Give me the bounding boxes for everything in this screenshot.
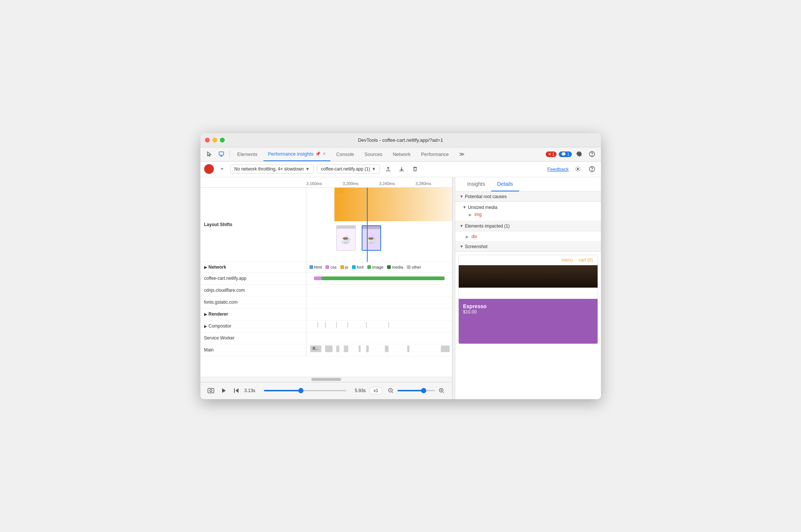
tab-insights[interactable]: Insights [461,177,491,191]
screenshot-menu-link: menu [561,257,573,263]
network-resource-label-2: cdnjs.cloudflare.com [200,285,306,296]
tab-sources[interactable]: Sources [360,147,387,161]
resize-handle[interactable]: ⋮ [452,177,455,399]
renderer-content[interactable] [306,309,452,320]
settings-icon[interactable] [574,149,585,159]
right-panel-content: ▼ Potential root causes ▼ Unsized media … [455,192,601,399]
close-button[interactable] [205,138,210,143]
dropdown-arrow-icon[interactable] [217,164,227,174]
help-icon[interactable] [587,149,597,159]
svg-rect-0 [219,152,224,155]
screenshot-white-area [459,288,598,299]
throttle-dropdown-arrow: ▼ [305,166,310,172]
zoom-container [386,386,446,395]
img-link[interactable]: img [474,212,481,217]
main-content[interactable]: R... [306,344,452,356]
network-header-row: ▶ Network html css [200,262,452,273]
secondary-toolbar-right: Feedback [547,164,597,174]
legend-other: other [407,265,421,269]
legend-css: css [325,265,337,269]
cursor-icon[interactable] [204,149,215,159]
playback-slider[interactable] [264,390,346,391]
div-link-container: ▶ div [455,231,601,242]
download-icon[interactable] [396,164,407,174]
network-resource-bar-1[interactable] [306,273,452,284]
zoom-slider[interactable] [398,390,435,391]
main-label: Main [200,344,306,356]
thumbnail-2[interactable]: ☕ [362,225,381,251]
speed-badge[interactable]: x1 [370,387,383,394]
record-button[interactable] [204,164,214,174]
time-end-label: 5.93s [352,388,366,393]
more-tabs-button[interactable]: ≫ [455,147,469,161]
throttle-dropdown[interactable]: No network throttling, 4× slowdown ▼ [230,165,314,173]
tab-network[interactable]: Network [388,147,415,161]
feedback-link[interactable]: Feedback [547,166,568,172]
tab-performance-insights[interactable]: Performance insights 📌 ✕ [264,147,330,161]
inspect-icon[interactable] [216,149,227,159]
network-resource-2: cdnjs.cloudflare.com [200,285,452,297]
thumbnail-1[interactable]: ☕ [336,225,356,251]
tab-elements[interactable]: Elements [233,147,262,161]
tab-close-icon[interactable]: ✕ [322,151,326,156]
right-panel-tabs: Insights Details [455,177,601,192]
main-content: 3,160ms 3,200ms 3,240ms 3,280ms Layout S… [200,177,601,399]
zoom-in-icon[interactable] [437,386,446,395]
zoom-out-icon[interactable] [386,386,395,395]
error-badge[interactable]: ✕ 1 [546,151,557,157]
minimize-button[interactable] [212,138,217,143]
legend-html: html [309,265,322,269]
renderer-row: ▶ Renderer [200,309,452,320]
network-resource-bar-2[interactable] [306,285,452,296]
svg-marker-10 [236,388,239,393]
network-resource-bar-3[interactable] [306,297,452,308]
unsized-media-header[interactable]: ▼ Unsized media [463,203,596,212]
layout-shifts-content[interactable]: ☕ ☕ [306,188,452,262]
toolbar-divider [230,151,230,157]
renderer-label: ▶ Renderer [200,309,306,320]
triangle-icon-3: ▶ [469,213,472,217]
horizontal-scrollbar[interactable] [200,377,452,382]
triangle-icon-4: ▼ [460,224,464,228]
delete-icon[interactable] [410,164,420,174]
compositor-content[interactable] [306,320,452,332]
screenshot-section: menu cart (0) Espresso $10.00 [455,252,601,347]
network-resource-1: coffee-cart.netlify.app [200,273,452,285]
screenshot-nav: menu cart (0) [459,255,598,265]
layout-shifts-label: Layout Shifts [200,188,306,262]
tab-console[interactable]: Console [332,147,359,161]
tab-details[interactable]: Details [491,177,519,191]
play-button[interactable] [219,386,228,395]
time-tick-1: 3,160ms [306,181,343,186]
service-worker-content[interactable] [306,332,452,344]
screenshot-header[interactable]: ▼ Screenshot [455,242,601,252]
potential-root-causes-header[interactable]: ▼ Potential root causes [455,192,601,202]
right-panel: Insights Details ▼ Potential root causes… [455,177,601,399]
compositor-label: ▶ Compositor [200,320,306,332]
svg-rect-6 [208,388,214,393]
img-link-container: ▶ img [463,212,596,219]
svg-point-2 [592,156,592,156]
timeline-panel: 3,160ms 3,200ms 3,240ms 3,280ms Layout S… [200,177,452,399]
settings-icon-2[interactable] [573,164,583,174]
maximize-button[interactable] [220,138,225,143]
screenshot-preview: menu cart (0) Espresso $10.00 [458,255,598,344]
time-tick-3: 3,240ms [379,181,416,186]
message-badge[interactable]: 💬 1 [559,151,571,157]
network-legend-content: html css js [306,262,452,272]
network-resource-3: fonts.gstatic.com [200,297,452,309]
triangle-icon: ▼ [460,194,464,198]
legend-font: font [352,265,364,269]
unsized-media-section: ▼ Unsized media ▶ img [455,202,601,221]
upload-icon[interactable] [383,164,393,174]
elements-impacted-header[interactable]: ▼ Elements impacted (1) [455,221,601,231]
time-ruler: 3,160ms 3,200ms 3,240ms 3,280ms [200,177,452,188]
div-link[interactable]: div [471,234,477,239]
url-dropdown[interactable]: coffee-cart.netlify.app (1) ▼ [317,165,380,173]
screenshot-mode-icon[interactable] [206,386,215,395]
legend-image: image [367,265,383,269]
help-icon-2[interactable] [587,164,597,174]
time-start-label: 3.13s [244,388,259,393]
tab-performance[interactable]: Performance [417,147,453,161]
jump-to-start-button[interactable] [232,386,241,395]
